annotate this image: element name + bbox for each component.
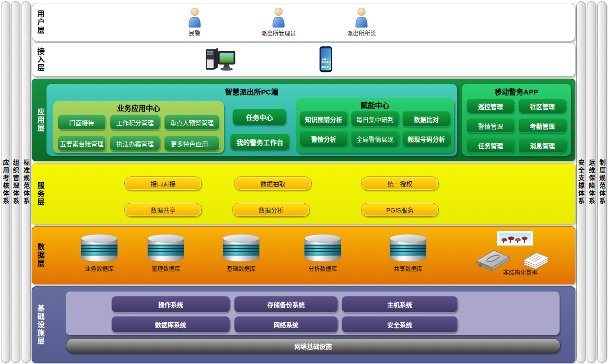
module-button: 频现号码分析 xyxy=(402,131,450,146)
smart-station-pc-panel: 智慧派出所PC端 业务应用中心 门面接待 工作积分管理 重点人预警管理 五要素台… xyxy=(47,84,457,156)
application-layer-label: 应用层 xyxy=(35,79,46,161)
mobile-police-app-panel: 移动警务APP 巡控管理 社区管理 警情管理 考勤管理 任务管理 消息管理 xyxy=(462,84,571,156)
database-item: 基础数据库 xyxy=(208,233,275,272)
module-button: 工作积分管理 xyxy=(110,115,161,130)
module-button: 巡控管理 xyxy=(467,99,514,113)
pc-panel-title: 智慧派出所PC端 xyxy=(47,84,457,96)
role-label: 派出所管理员 xyxy=(250,29,307,37)
role-police-officer: 民警 xyxy=(166,7,223,37)
user-icon xyxy=(186,7,203,28)
module-button: 考勤管理 xyxy=(518,118,566,133)
role-label: 民警 xyxy=(166,29,223,37)
module-button: 任务管理 xyxy=(467,138,514,153)
database-cylinder-icon xyxy=(79,233,119,263)
business-center-title: 业务应用中心 xyxy=(53,101,224,113)
database-cylinder-icon xyxy=(303,233,343,263)
database-cylinder-icon xyxy=(221,233,261,263)
enable-center-title: 赋能中心 xyxy=(296,98,454,110)
desktop-pc-icon xyxy=(203,47,240,74)
rail-label: 制度规范体系 xyxy=(597,159,607,205)
role-station-chief: 派出所所长 xyxy=(333,7,390,37)
database-label: 管理数据库 xyxy=(132,264,199,272)
module-button: 消息管理 xyxy=(518,138,566,153)
unstructured-data-label: 非结构化数据 xyxy=(477,268,563,276)
module-button: 五要素台账管理 xyxy=(58,136,106,151)
module-button: 社区管理 xyxy=(518,99,566,113)
rail-application-assessment: 应用考核体系 xyxy=(1,1,10,363)
rail-standard-specification: 标准规范体系 xyxy=(22,1,31,363)
service-button: 数据抽取 xyxy=(234,176,312,190)
rail-operation-maintenance: 运维保障体系 xyxy=(587,1,596,363)
database-label: 分析数据库 xyxy=(289,264,356,272)
rail-security-support: 安全支撑体系 xyxy=(576,1,585,363)
system-button: 存储备份系统 xyxy=(234,296,338,313)
service-button: 数据分析 xyxy=(232,203,310,217)
service-button: PGIS服务 xyxy=(361,203,439,217)
module-button: 警情分析 xyxy=(300,131,348,146)
network-infrastructure-bar: 网络基础设施 xyxy=(66,338,561,353)
system-button: 主机系统 xyxy=(341,296,458,313)
enable-module-grid: 知识图谱分析 每日集中研判 数据比对 警情分析 全局警情展现 频现号码分析 xyxy=(296,110,454,146)
architecture-diagram: 应用考核体系 组织管理体系 标准规范体系 安全支撑体系 运维保障体系 制度规范体… xyxy=(0,0,608,364)
rail-label: 应用考核体系 xyxy=(1,159,10,205)
access-layer: 接入层 xyxy=(32,42,575,77)
service-layer: 服务层 接口对接 数据抽取 统一授权 数据共享 数据分析 PGIS服务 xyxy=(32,163,575,224)
application-layer: 应用层 智慧派出所PC端 业务应用中心 门面接待 工作积分管理 重点人预警管理 … xyxy=(32,79,575,161)
infrastructure-systems-panel: 操作系统 存储备份系统 主机系统 数据库系统 网络系统 安全系统 xyxy=(66,292,560,335)
task-center-button: 任务中心 xyxy=(233,109,286,125)
smartphone-icon xyxy=(319,46,332,74)
role-station-admin: 派出所管理员 xyxy=(250,7,307,37)
module-button: 警情管理 xyxy=(467,118,514,133)
documents-icon xyxy=(519,248,553,271)
database-label: 业务数据库 xyxy=(66,264,133,272)
database-label: 共享数据库 xyxy=(374,264,442,272)
user-icon xyxy=(270,7,287,28)
infrastructure-layer-label: 基础设施层 xyxy=(35,287,46,363)
database-item: 管理数据库 xyxy=(132,233,199,272)
user-layer: 用户层 民警 派出所管理员 派出所所长 xyxy=(32,3,575,41)
rail-label: 标准规范体系 xyxy=(22,159,31,205)
picture-icon xyxy=(497,231,533,246)
role-label: 派出所所长 xyxy=(333,29,390,37)
mobile-module-grid: 巡控管理 社区管理 警情管理 考勤管理 任务管理 消息管理 xyxy=(462,96,571,153)
unstructured-data-group: 非结构化数据 xyxy=(473,231,584,282)
database-label: 基础数据库 xyxy=(208,264,275,272)
my-police-workbench-button: 我的警务工作台 xyxy=(230,134,290,150)
rail-label: 组织管理体系 xyxy=(11,159,20,205)
database-item: 共享数据库 xyxy=(374,233,442,272)
module-button: 门面接待 xyxy=(58,115,106,130)
data-layer-label: 数据层 xyxy=(35,227,46,284)
service-button: 数据共享 xyxy=(124,203,202,217)
infrastructure-layer: 基础设施层 操作系统 存储备份系统 主机系统 数据库系统 网络系统 安全系统 网… xyxy=(32,286,575,363)
rail-label: 安全支撑体系 xyxy=(576,159,585,205)
data-layer: 数据层 业务数据库 管理数据库 xyxy=(32,226,575,284)
user-icon xyxy=(353,7,370,28)
database-cylinder-icon xyxy=(388,233,428,263)
module-button: 执法办案管理 xyxy=(110,136,161,151)
user-layer-label: 用户层 xyxy=(35,3,46,41)
service-button: 接口对接 xyxy=(124,176,202,190)
database-item: 分析数据库 xyxy=(289,233,356,272)
business-application-center: 业务应用中心 门面接待 工作积分管理 重点人预警管理 五要素台账管理 执法办案管… xyxy=(53,101,224,153)
business-module-grid: 门面接待 工作积分管理 重点人预警管理 五要素台账管理 执法办案管理 更多特色应… xyxy=(53,113,224,151)
module-button: 知识图谱分析 xyxy=(300,111,348,127)
module-button: 更多特色应用... xyxy=(164,136,220,151)
module-button: 数据比对 xyxy=(402,111,450,127)
mobile-panel-title: 移动警务APP xyxy=(462,84,571,96)
database-cylinder-icon xyxy=(146,233,186,263)
rail-institutional-specification: 制度规范体系 xyxy=(597,1,607,363)
system-button: 操作系统 xyxy=(111,296,230,313)
module-button: 全局警情展现 xyxy=(351,131,399,146)
system-button: 数据库系统 xyxy=(111,316,230,333)
rail-label: 运维保障体系 xyxy=(587,159,596,205)
module-button: 重点人预警管理 xyxy=(164,115,220,130)
system-button: 安全系统 xyxy=(341,316,458,333)
service-layer-label: 服务层 xyxy=(35,164,46,224)
system-button: 网络系统 xyxy=(234,316,338,333)
access-layer-label: 接入层 xyxy=(35,43,46,76)
service-button: 统一授权 xyxy=(361,176,439,190)
rail-organization-management: 组织管理体系 xyxy=(11,1,20,363)
enable-center: 赋能中心 知识图谱分析 每日集中研判 数据比对 警情分析 全局警情展现 频现号码… xyxy=(296,98,454,153)
database-item: 业务数据库 xyxy=(66,233,133,272)
module-button: 每日集中研判 xyxy=(351,111,399,127)
